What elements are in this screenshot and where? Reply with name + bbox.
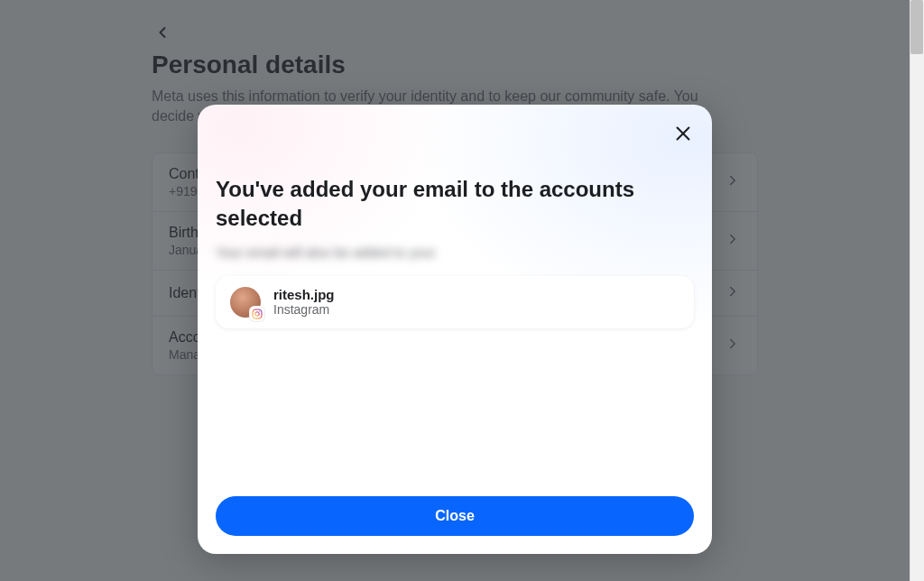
- modal-title: You've added your email to the accounts …: [216, 175, 649, 234]
- svg-point-3: [255, 312, 260, 317]
- account-platform: Instagram: [273, 302, 335, 317]
- close-button[interactable]: [667, 117, 699, 150]
- page-viewport: Personal details Meta uses this informat…: [0, 0, 910, 581]
- svg-point-4: [259, 310, 260, 311]
- avatar-wrap: [230, 287, 261, 318]
- modal-subtext: Your email will also be added to your: [216, 244, 694, 260]
- close-confirm-button[interactable]: Close: [216, 496, 694, 536]
- account-text: ritesh.jpg Instagram: [273, 287, 335, 317]
- account-card: ritesh.jpg Instagram: [216, 276, 694, 328]
- modal-overlay: You've added your email to the accounts …: [0, 0, 910, 581]
- close-icon: [673, 124, 693, 143]
- account-name: ritesh.jpg: [273, 287, 335, 302]
- email-added-modal: You've added your email to the accounts …: [198, 105, 712, 554]
- instagram-badge-icon: [250, 307, 264, 321]
- scrollbar-thumb[interactable]: [910, 0, 923, 54]
- scrollbar-track[interactable]: [910, 0, 924, 581]
- svg-rect-2: [253, 309, 262, 318]
